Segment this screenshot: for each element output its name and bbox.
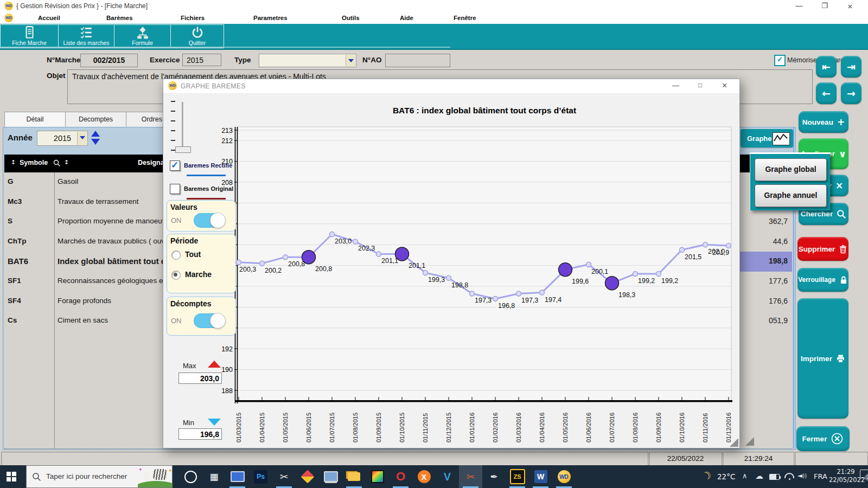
toolbar-formule-button[interactable]: Formule (114, 24, 171, 48)
toolbar-quitter-button[interactable]: Quitter (170, 24, 224, 48)
tray-cloud-icon[interactable]: ☁ (755, 471, 763, 481)
svg-text:01/06/2015: 01/06/2015 (305, 413, 312, 442)
periode-radio-marche[interactable] (171, 271, 181, 280)
annee-spin-up-icon[interactable] (91, 131, 100, 137)
taskbar-task-view-icon[interactable]: ▦ (202, 465, 226, 488)
toolbar-liste-marches-button[interactable]: Liste des marches (58, 24, 114, 48)
taskbar-scissors-active-icon[interactable]: ✂ (459, 465, 482, 488)
imprimer-button[interactable]: Imprimer (797, 298, 848, 419)
chercher-label: Chercher (801, 210, 833, 218)
cell-value[interactable]: 198,8 (739, 252, 792, 272)
taskbar-vscode-icon[interactable]: V (436, 465, 459, 488)
tab-d-tail[interactable]: Détail (4, 112, 66, 128)
next-button[interactable]: → (841, 82, 861, 104)
tray-battery-icon[interactable] (769, 473, 781, 481)
decomptes-toggle[interactable] (194, 313, 225, 328)
chevron-down-icon[interactable] (77, 132, 87, 145)
tray-wifi-icon[interactable] (784, 471, 794, 480)
chevron-down-icon[interactable] (346, 55, 355, 66)
n-marche-field[interactable]: 002/2015 (80, 54, 138, 67)
search-highlights-image[interactable]: ✦ ● (138, 466, 173, 487)
taskbar-opera-icon[interactable]: O (389, 465, 412, 488)
taskbar-windev-icon[interactable]: WD (552, 465, 576, 488)
trash-icon (839, 245, 847, 254)
svg-text:01/07/2016: 01/07/2016 (609, 413, 615, 442)
resize-grip[interactable] (745, 437, 754, 446)
dialog-resize-grip[interactable] (730, 438, 738, 447)
exercice-field[interactable]: 2015 (182, 54, 221, 66)
taskbar-draw-app-icon[interactable] (296, 465, 319, 488)
close-button[interactable]: × (842, 2, 858, 11)
menu-item-accueil[interactable]: Accueil (38, 15, 60, 21)
baremes-original-checkbox[interactable] (170, 184, 180, 194)
baremes-rectifie-checkbox[interactable] (170, 160, 180, 171)
svg-text:200,8: 200,8 (288, 260, 305, 268)
valeurs-toggle[interactable] (194, 213, 225, 228)
baremes-rectifie-label: Baremes Rectifie (184, 162, 232, 169)
desktop: WD { Gestion Révision des Prix } - [Fich… (0, 0, 868, 488)
n-ao-field[interactable] (385, 54, 450, 67)
last-button[interactable]: ⇥ (841, 56, 861, 78)
cell-value[interactable]: 177,6 (739, 272, 792, 292)
svg-text:213: 213 (221, 127, 233, 134)
tray-temperature[interactable]: 22°C (717, 472, 735, 481)
supprimer-button[interactable]: Supprimer (797, 237, 848, 261)
taskbar-search[interactable]: Taper ici pour rechercher ✦ ● (26, 465, 173, 488)
taskbar-xampp-icon[interactable]: X (412, 465, 436, 488)
decomptes-title: Décomptes (170, 299, 211, 308)
taskbar-word-icon[interactable]: W (529, 465, 552, 488)
annee-dropdown[interactable]: 2015 (37, 131, 88, 146)
tray-notifications-icon[interactable]: 2 (860, 470, 868, 480)
cell-value[interactable]: 44,6 (739, 232, 792, 252)
graphe-button[interactable]: Graphe (741, 129, 793, 147)
tray-chevron-up-icon[interactable]: ∧ (742, 472, 748, 480)
tray-language[interactable]: FRA (814, 472, 827, 480)
taskbar-photo-viewer-icon[interactable] (366, 465, 389, 488)
tab-decomptes[interactable]: Decomptes (65, 112, 126, 128)
minimize-button[interactable]: — (791, 2, 807, 10)
nouveau-button[interactable]: Nouveau+ (799, 111, 848, 133)
taskbar-remote-desktop-icon[interactable] (319, 465, 342, 488)
taskbar-snipping-tool-icon[interactable]: ✂ (272, 465, 296, 488)
taskbar-monitor-icon[interactable] (226, 465, 249, 488)
toolbar-fiche-marche-button[interactable]: Fiche Marche (0, 24, 59, 48)
popup-item-graphe-annuel[interactable]: Graphe annuel (755, 184, 827, 207)
menu-item-fen-tre[interactable]: Fenêtre (454, 15, 476, 21)
tray-speaker-icon[interactable]: ◄)) (797, 472, 807, 479)
menu-item-aide[interactable]: Aide (400, 15, 413, 21)
menu-item-outils[interactable]: Outils (342, 15, 360, 21)
prev-button[interactable]: ← (816, 82, 837, 104)
max-arrow-icon[interactable] (208, 361, 221, 368)
verrouillage-button[interactable]: Verrouillage (797, 268, 848, 292)
periode-radio-tout[interactable] (171, 251, 181, 260)
taskbar-zs-app-icon[interactable]: ZS (506, 465, 529, 488)
zoom-slider-thumb[interactable] (175, 146, 191, 153)
memoriser-checkbox[interactable]: ✓ (774, 55, 786, 66)
periode-label-tout: Tout (185, 250, 201, 259)
annee-spin-down-icon[interactable] (91, 139, 100, 145)
zoom-slider-track[interactable] (182, 102, 184, 150)
restore-button[interactable]: ❐ (816, 2, 833, 10)
menu-item-fichiers[interactable]: Fichiers (181, 15, 205, 21)
tray-clock[interactable]: 21:2922/05/2022 (829, 468, 863, 484)
taskbar-photoshop-icon[interactable]: Ps (249, 465, 272, 488)
min-field[interactable]: 196,8 (178, 428, 222, 440)
arrow-left-icon: ← (822, 87, 831, 99)
max-field[interactable]: 203,0 (178, 373, 222, 384)
taskbar-quill-pen-icon[interactable]: ✒ (482, 465, 506, 488)
first-button[interactable]: ⇤ (816, 56, 837, 78)
svg-text:01/11/2016: 01/11/2016 (702, 413, 709, 442)
menu-item-parametres[interactable]: Parametres (253, 15, 288, 21)
taskbar-file-explorer-icon[interactable] (342, 465, 366, 488)
start-button[interactable] (7, 472, 16, 481)
popup-item-graphe-global[interactable]: Graphe global (755, 158, 827, 181)
taskbar-cortana-icon[interactable] (179, 465, 202, 488)
min-arrow-icon[interactable] (208, 419, 221, 426)
cell-value[interactable]: 051,9 (739, 311, 792, 331)
menu-item-bar-mes[interactable]: Barèmes (106, 15, 133, 21)
type-dropdown[interactable] (259, 54, 356, 67)
cell-value[interactable]: 176,6 (739, 292, 792, 312)
fermer-button[interactable]: Fermer (796, 426, 850, 451)
cell-value[interactable]: 362,7 (739, 212, 792, 232)
svg-text:203,0: 203,0 (335, 237, 352, 245)
